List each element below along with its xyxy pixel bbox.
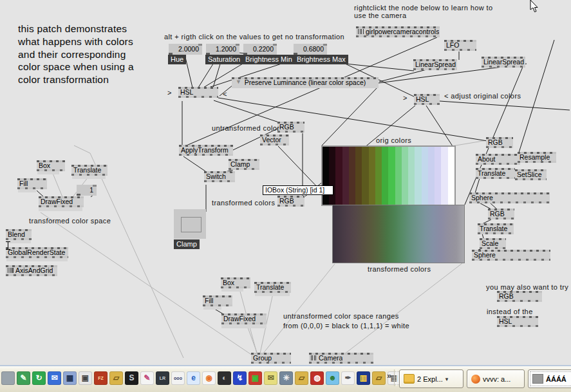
node-linearspread[interactable]: LinearSpread (482, 57, 525, 68)
box-22[interactable] (174, 209, 206, 239)
node-label: RGB (488, 209, 514, 219)
node-rgb[interactable]: RGB (277, 196, 304, 207)
quicklaunch-mail-client[interactable]: ✉ (48, 371, 61, 385)
quicklaunch-ooo-app[interactable]: ooo (171, 371, 185, 385)
node-resample[interactable]: Resample (518, 152, 556, 163)
node-fill[interactable]: Fill (203, 295, 232, 306)
quicklaunch-calculator[interactable]: ▦ (63, 371, 77, 385)
node-girlpowercameracontrols[interactable]: girlpowercameracontrols (356, 26, 440, 37)
quicklaunch-firefox[interactable]: ◉ (202, 371, 216, 385)
quicklaunch-folder-purple[interactable]: ▱ (109, 371, 123, 385)
label-brightness-min[interactable]: Brightness Min (243, 55, 295, 64)
node-label: Blend (6, 229, 32, 239)
quicklaunch-flash-app[interactable]: ↯ (233, 371, 247, 385)
quicklaunch-color-squares[interactable]: ▣ (248, 371, 262, 385)
orig-colors-texture[interactable] (321, 145, 456, 206)
iobox-0-6800[interactable]: 0.6800 (294, 44, 327, 55)
node-clamp[interactable]: Clamp (229, 159, 259, 170)
iobox-2-0000[interactable]: 2.0000 (169, 44, 202, 55)
node-hsl[interactable]: HSL (414, 94, 440, 105)
label-clamp[interactable]: Clamp (174, 239, 200, 249)
label-brightness-max[interactable]: Brightness Max (294, 55, 348, 64)
node-blend[interactable]: Blend (6, 229, 32, 240)
node-applytransform[interactable]: ApplyTransform (179, 145, 233, 156)
node-box[interactable]: Box (37, 160, 65, 171)
task-button-explorer-group[interactable]: 2 Expl...▾ (399, 369, 463, 388)
quicklaunch-pen-tool[interactable]: ✒ (341, 371, 355, 385)
node-rgb[interactable]: RGB (497, 291, 542, 302)
node-drawfixed[interactable]: DrawFixed (39, 196, 84, 207)
task-button-firefox-vvvv[interactable]: vvvv: a... (467, 369, 525, 388)
task-dropdown-icon[interactable]: ▾ (445, 376, 449, 382)
node-about[interactable]: About (476, 154, 520, 165)
node-sphere[interactable]: Sphere (469, 192, 550, 203)
node-group[interactable]: Group (251, 353, 291, 364)
quicklaunch-partial-app[interactable] (1, 371, 15, 385)
quicklaunch-folder-2[interactable]: ▱ (372, 371, 386, 385)
node-fill[interactable]: Fill (17, 178, 47, 189)
node-drawfixed[interactable]: DrawFixed (221, 313, 267, 324)
steam-icon: S (129, 374, 134, 382)
node-label: RGB (277, 122, 304, 132)
quicklaunch-opera[interactable]: ◍ (310, 371, 324, 385)
node-lfo[interactable]: LFO (444, 40, 476, 51)
node-camera[interactable]: Camera (309, 353, 373, 364)
node-translate[interactable]: Translate (71, 165, 108, 176)
filezilla-icon: FZ (98, 376, 104, 380)
node-axisandgrid[interactable]: AxisAndGrid (6, 265, 57, 276)
quicklaunch-sync-arrows[interactable]: ↻ (32, 371, 46, 385)
node-box[interactable]: Box (221, 277, 250, 288)
tooltip-iobox-string-id-1[interactable]: IOBox (String) [id 1] (263, 185, 333, 195)
node-sphere[interactable]: Sphere (472, 250, 550, 261)
quicklaunch-steam[interactable]: S (125, 371, 138, 385)
iobox-1[interactable]: 1 (77, 185, 97, 196)
node-translate[interactable]: Translate (254, 282, 291, 293)
node-rgb[interactable]: RGB (488, 209, 514, 219)
transformed-colors-texture[interactable] (332, 205, 465, 263)
quicklaunch-mixer[interactable]: ▥ (357, 371, 370, 385)
quicklaunch-filezilla[interactable]: FZ (94, 371, 108, 385)
node-switch[interactable]: Switch (204, 171, 235, 182)
quicklaunch-messenger[interactable]: ☻ (326, 371, 339, 385)
iobox-0-2200[interactable]: 0.2200 (243, 44, 277, 55)
iobox-1-2000[interactable]: 1.2000 (206, 44, 239, 55)
quicklaunch-remote-desktop[interactable]: ✎ (17, 371, 30, 385)
mixer-icon: ▥ (360, 374, 367, 382)
node-rgb[interactable]: RGB (277, 122, 304, 133)
task-button-vvvv-window[interactable]: ÁÁÁÁ (528, 369, 571, 388)
node-preserve-luminance-linear-color-space[interactable]: ▼Preserve Luminance (linear color space) (232, 77, 379, 88)
node-linearspread[interactable]: LinearSpread (413, 59, 457, 70)
task-label: vvvv: a... (483, 375, 510, 383)
pen-tool-icon: ✒ (344, 374, 351, 382)
quicklaunch-folder[interactable]: ▱ (295, 371, 308, 385)
label-hue[interactable]: Hue (168, 55, 186, 64)
node-globalrenderstate[interactable]: GlobalRenderState (6, 247, 68, 258)
quicklaunch-notes[interactable]: ✉ (264, 371, 277, 385)
node-hsl[interactable]: HSL (178, 87, 218, 98)
quicklaunch-lightroom[interactable]: LR (156, 371, 169, 385)
enum-arrow-icon[interactable]: ▼ (236, 79, 241, 85)
label-saturation[interactable]: Saturation (205, 55, 243, 64)
node-hsl[interactable]: HSL (497, 316, 538, 327)
node-rgb[interactable]: RGB (486, 137, 513, 148)
node-setslice[interactable]: SetSlice (515, 169, 547, 180)
taskbar-separator (394, 369, 397, 386)
annotation-adjust-note: < adjust original colors (444, 92, 521, 100)
node-vector[interactable]: Vector (260, 135, 289, 145)
quicklaunch-overflow-chevron[interactable]: » (387, 371, 391, 380)
patch-module-icon (358, 29, 364, 34)
node-translate[interactable]: Translate (476, 168, 515, 179)
enum-value: Preserve Luminance (linear color space) (232, 77, 379, 88)
quicklaunch-dark-app[interactable]: ◐ (218, 371, 231, 385)
node-translate[interactable]: Translate (478, 223, 514, 234)
screen: this patch demonstrates what happens wit… (0, 0, 571, 392)
mouse-cursor (528, 0, 539, 13)
node-label: Fill (17, 178, 47, 189)
quicklaunch-internet-explorer[interactable]: e (187, 371, 200, 385)
quicklaunch-image-doc[interactable]: ▣ (79, 371, 92, 385)
node-scale[interactable]: Scale (480, 238, 506, 249)
bar-36 (6, 258, 68, 261)
quicklaunch-winamp-grid[interactable]: ✳ (279, 371, 293, 385)
patch-canvas[interactable]: this patch demonstrates what happens wit… (0, 0, 571, 365)
quicklaunch-paint-tool[interactable]: ✎ (140, 371, 154, 385)
